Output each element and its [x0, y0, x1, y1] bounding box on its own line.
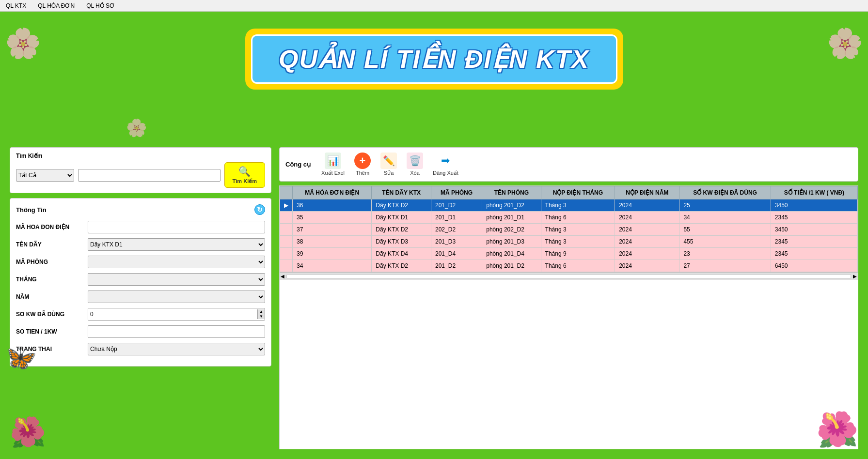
table-cell: Tháng 3 — [541, 236, 615, 248]
main-content: Tìm Kiếm Tất Cả 🔍 Tìm Kiếm Thông Tin ↻ — [10, 147, 858, 449]
table-cell: 2024 — [615, 199, 679, 212]
table-cell: 201_D2 — [431, 260, 482, 272]
select-ma-phong[interactable] — [88, 256, 265, 268]
table-cell: 6450 — [771, 260, 857, 272]
search-button[interactable]: 🔍 Tìm Kiếm — [224, 162, 265, 188]
menu-ql-hoa-don[interactable]: QL HÓA ĐƠN — [36, 1, 77, 10]
form-row-so-kw: SO KW ĐÃ DÙNG ▲ ▼ — [16, 308, 265, 321]
select-thang[interactable] — [88, 273, 265, 286]
table-cell: 38 — [293, 236, 372, 248]
toolbar-buttons: 📊 Xuất Exel + Thêm ✏️ Sửa 🗑️ Xóa — [320, 152, 459, 177]
table-cell: Dãy KTX D2 — [372, 199, 431, 212]
search-section: Tìm Kiếm Tất Cả 🔍 Tìm Kiếm — [10, 147, 271, 193]
export-excel-button[interactable]: 📊 Xuất Exel — [320, 152, 346, 177]
cell-arrow — [280, 236, 293, 248]
col-ten-phong: TÊN PHÒNG — [482, 186, 541, 199]
table-cell: 27 — [679, 260, 771, 272]
label-ma-phong: MÃ PHÒNG — [16, 259, 84, 265]
table-row[interactable]: 37Dãy KTX D2202_D2phòng 202_D2Tháng 3202… — [280, 224, 858, 236]
table-cell: 37 — [293, 224, 372, 236]
col-ma-phong: MÃ PHÒNG — [431, 186, 482, 199]
col-ten-day: TÊN DÃY KTX — [372, 186, 431, 199]
input-ma-hoa-don[interactable] — [88, 221, 265, 233]
add-icon: + — [354, 153, 371, 169]
table-cell: phòng 201_D3 — [482, 236, 541, 248]
edit-icon: ✏️ — [380, 153, 397, 169]
table-body: ▶36Dãy KTX D2201_D2phòng 201_D2Tháng 320… — [280, 199, 858, 272]
form-row-so-tien: SO TIEN / 1KW — [16, 325, 265, 338]
select-nam[interactable] — [88, 291, 265, 303]
menu-ql-ho-so[interactable]: QL HỒ SƠ — [84, 1, 117, 10]
export-excel-label: Xuất Exel — [321, 170, 345, 176]
label-nam: NĂM — [16, 293, 84, 300]
table-container[interactable]: MÃ HÓA ĐƠN ĐIỆN TÊN DÃY KTX MÃ PHÒNG TÊN… — [279, 185, 858, 449]
search-input[interactable] — [78, 169, 221, 182]
table-cell: Tháng 9 — [541, 248, 615, 260]
col-nop-dien-thang: NỘP ĐIỆN THÁNG — [541, 186, 615, 199]
form-row-thang: THÁNG — [16, 273, 265, 286]
label-ma-hoa-don: MÃ HOA ĐON ĐIỆN — [16, 224, 84, 230]
table-cell: 2024 — [615, 236, 679, 248]
edit-button[interactable]: ✏️ Sửa — [379, 152, 398, 177]
table-cell: 34 — [293, 260, 372, 272]
table-cell: 201_D2 — [431, 199, 482, 212]
table-cell: Tháng 6 — [541, 260, 615, 272]
table-cell: Dãy KTX D4 — [372, 248, 431, 260]
col-ma-hoa-don: MÃ HÓA ĐƠN ĐIỆN — [293, 186, 372, 199]
input-so-tien[interactable] — [88, 325, 265, 338]
table-cell: 39 — [293, 248, 372, 260]
delete-label: Xóa — [410, 170, 420, 176]
search-row: Tất Cả 🔍 Tìm Kiếm — [16, 162, 265, 188]
add-label: Thêm — [356, 170, 369, 176]
col-so-kw: SỐ KW ĐIỆN ĐÃ DÙNG — [679, 186, 771, 199]
table-cell: phòng 202_D2 — [482, 224, 541, 236]
table-cell: Dãy KTX D3 — [372, 236, 431, 248]
table-row[interactable]: 39Dãy KTX D4201_D4phòng 201_D4Tháng 9202… — [280, 248, 858, 260]
cell-arrow: ▶ — [280, 199, 293, 212]
table-cell: 202_D2 — [431, 224, 482, 236]
table-cell: 34 — [679, 212, 771, 224]
table-cell: 455 — [679, 236, 771, 248]
refresh-button[interactable]: ↻ — [254, 204, 265, 215]
table-cell: Dãy KTX D1 — [372, 212, 431, 224]
table-cell: 201_D3 — [431, 236, 482, 248]
label-thang: THÁNG — [16, 276, 84, 283]
table-header: MÃ HÓA ĐƠN ĐIỆN TÊN DÃY KTX MÃ PHÒNG TÊN… — [280, 186, 858, 199]
deco-flower-bottom-right: 🌺 — [816, 410, 858, 449]
delete-button[interactable]: 🗑️ Xóa — [406, 152, 424, 177]
search-select[interactable]: Tất Cả — [16, 169, 74, 182]
right-panel: Công cụ 📊 Xuất Exel + Thêm ✏️ Sửa — [279, 147, 858, 449]
table-cell: Tháng 3 — [541, 224, 615, 236]
select-trang-thai[interactable]: Chưa NộpĐã Nộp — [88, 343, 265, 355]
title-inner: QUẢN LÍ TIỀN ĐIỆN KTX — [251, 34, 617, 84]
table-row[interactable]: 38Dãy KTX D3201_D3phòng 201_D3Tháng 3202… — [280, 236, 858, 248]
table-row[interactable]: 35Dãy KTX D1201_D1phòng 201_D1Tháng 6202… — [280, 212, 858, 224]
logout-label: Đăng Xuất — [433, 170, 458, 176]
col-so-tien: SỐ TIỀN /1 KW ( VNĐ) — [771, 186, 857, 199]
table-cell: 201_D1 — [431, 212, 482, 224]
table-cell: 2345 — [771, 248, 857, 260]
table-cell: 36 — [293, 199, 372, 212]
logout-button[interactable]: ➡ Đăng Xuất — [432, 152, 459, 177]
label-so-kw: SO KW ĐÃ DÙNG — [16, 311, 84, 318]
deco-flower-top-left: 🌸 — [5, 26, 41, 61]
add-button[interactable]: + Thêm — [353, 152, 372, 177]
table-cell: Dãy KTX D2 — [372, 260, 431, 272]
spinner-down[interactable]: ▼ — [258, 314, 265, 319]
table-cell: 2024 — [615, 260, 679, 272]
horizontal-scrollbar[interactable]: ◀ ▶ — [280, 272, 858, 280]
menu-ql-ktx[interactable]: QL KTX — [4, 1, 28, 10]
input-so-kw[interactable] — [88, 308, 257, 320]
info-section: Thông Tin ↻ MÃ HOA ĐON ĐIỆN TÊN DÃY Dãy … — [10, 198, 271, 367]
spinner-up[interactable]: ▲ — [258, 309, 265, 314]
table-cell: phòng 201_D4 — [482, 248, 541, 260]
logout-icon: ➡ — [437, 153, 454, 169]
table-row[interactable]: 34Dãy KTX D2201_D2phòng 201_D2Tháng 6202… — [280, 260, 858, 272]
data-table: MÃ HÓA ĐƠN ĐIỆN TÊN DÃY KTX MÃ PHÒNG TÊN… — [280, 186, 858, 272]
title-banner: QUẢN LÍ TIỀN ĐIỆN KTX — [245, 29, 623, 90]
table-row[interactable]: ▶36Dãy KTX D2201_D2phòng 201_D2Tháng 320… — [280, 199, 858, 212]
select-ten-day[interactable]: Dãy KTX D1Dãy KTX D2Dãy KTX D3Dãy KTX D4 — [88, 238, 265, 251]
cell-arrow — [280, 212, 293, 224]
deco-butterfly: 🦋 — [7, 344, 37, 372]
search-label: Tìm Kiếm — [16, 153, 265, 159]
